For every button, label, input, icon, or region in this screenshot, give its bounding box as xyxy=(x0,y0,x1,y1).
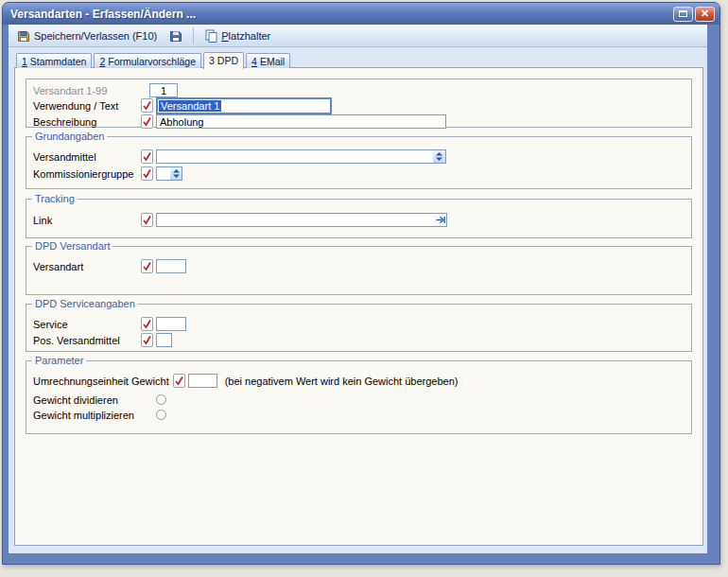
gewicht-dividieren-radio[interactable] xyxy=(156,394,166,405)
link-check-icon[interactable] xyxy=(141,213,153,227)
versandmittel-label: Versandmittel xyxy=(33,151,141,163)
save-exit-label: Speichern/Verlassen (F10) xyxy=(34,30,157,42)
tab-formularvorschlaege[interactable]: 2Formularvorschläge xyxy=(94,53,201,68)
toolbar: Speichern/Verlassen (F10) xyxy=(9,25,707,47)
versandart-nr-label: Versandart 1-99 xyxy=(33,85,141,96)
beschreibung-check-icon[interactable] xyxy=(141,114,153,129)
group-dpd-versandart: DPD Versandart Versandart xyxy=(26,246,692,295)
close-icon: ✕ xyxy=(701,9,709,19)
group-dpd-serviceangaben: DPD Serviceangaben Service Pos. Versandm… xyxy=(26,304,692,352)
platzhalter-button[interactable]: Platzhalter xyxy=(199,26,276,45)
versandmittel-check-icon[interactable] xyxy=(141,149,153,164)
app-window: Versandarten - Erfassen/Ändern ... ✕ Spe… xyxy=(2,2,720,565)
dpd-versandart-input[interactable] xyxy=(156,259,186,273)
grundangaben-legend: Grundangaben xyxy=(32,131,107,142)
field-row-beschreibung: Beschreibung Abholung xyxy=(33,114,687,130)
versandmittel-spinner[interactable] xyxy=(433,149,446,164)
service-input[interactable] xyxy=(156,317,186,331)
updown-arrows-icon xyxy=(436,152,442,161)
updown-arrows-icon xyxy=(173,169,180,178)
title-bar[interactable]: Versandarten - Erfassen/Ändern ... ✕ xyxy=(3,3,719,25)
group-kopfdaten: Versandart 1-99 1 Verwendung / Text Vers… xyxy=(26,79,692,128)
field-row-versandmittel: Versandmittel xyxy=(33,149,687,165)
pos-versandmittel-label: Pos. Versandmittel xyxy=(33,335,141,346)
umrechnungseinheit-input[interactable] xyxy=(188,374,217,388)
save-icon xyxy=(169,29,182,43)
verwendung-label: Verwendung / Text xyxy=(33,100,141,112)
save-button[interactable] xyxy=(164,26,188,45)
tracking-legend: Tracking xyxy=(32,193,78,204)
tab-stammdaten[interactable]: 1Stammdaten xyxy=(16,53,92,68)
window-controls: ✕ xyxy=(673,7,715,22)
service-label: Service xyxy=(33,319,141,330)
restore-button[interactable] xyxy=(673,7,693,22)
field-row-service: Service xyxy=(33,316,687,332)
link-input[interactable] xyxy=(156,213,434,227)
field-row-pos-versandmittel: Pos. Versandmittel xyxy=(33,332,687,348)
link-field xyxy=(156,213,447,227)
field-row-kommissioniergruppe: Kommissioniergruppe xyxy=(33,166,687,182)
platzhalter-label: Platzhalter xyxy=(221,30,270,42)
versandmittel-input[interactable] xyxy=(156,149,433,164)
copy-pages-icon xyxy=(204,29,217,43)
close-button[interactable]: ✕ xyxy=(695,7,715,22)
window-title: Versandarten - Erfassen/Ändern ... xyxy=(10,8,673,21)
arrow-right-icon xyxy=(436,216,445,224)
save-exit-icon xyxy=(17,29,30,43)
pos-versandmittel-check-icon[interactable] xyxy=(141,333,153,347)
umrechnungseinheit-note: (bei negativem Wert wird kein Gewicht üb… xyxy=(225,376,459,387)
umrechnungseinheit-check-icon[interactable] xyxy=(173,374,185,388)
versandmittel-combo xyxy=(156,149,446,164)
service-check-icon[interactable] xyxy=(141,317,153,331)
tab-dpd[interactable]: 3DPD xyxy=(203,52,244,69)
dpd-versandart-legend: DPD Versandart xyxy=(32,240,113,252)
field-row-gewicht-multiplizieren: Gewicht multiplizieren xyxy=(33,407,687,423)
dpd-versandart-label: Versandart xyxy=(33,261,141,272)
group-parameter: Parameter Umrechnungseinheit Gewicht (be… xyxy=(26,360,692,434)
toolbar-separator xyxy=(193,27,194,44)
field-row-gewicht-dividieren: Gewicht dividieren xyxy=(33,392,687,408)
kommissioniergruppe-combo xyxy=(156,166,182,181)
gewicht-multiplizieren-label: Gewicht multiplizieren xyxy=(33,410,141,421)
verwendung-input[interactable]: Versandart 1 xyxy=(156,97,332,114)
beschreibung-input[interactable]: Abholung xyxy=(156,114,446,129)
field-row-dpd-versandart: Versandart xyxy=(33,258,687,274)
group-tracking: Tracking Link xyxy=(26,199,692,238)
tab-email[interactable]: 4EMail xyxy=(246,53,290,68)
verwendung-check-icon[interactable] xyxy=(141,98,153,113)
gewicht-dividieren-label: Gewicht dividieren xyxy=(33,394,141,406)
pos-versandmittel-input[interactable] xyxy=(156,333,172,347)
save-exit-button[interactable]: Speichern/Verlassen (F10) xyxy=(11,26,163,45)
umrechnungseinheit-label: Umrechnungseinheit Gewicht xyxy=(33,376,173,387)
tab-strip: 1Stammdaten 2Formularvorschläge 3DPD 4EM… xyxy=(16,51,290,68)
kommissioniergruppe-check-icon[interactable] xyxy=(141,166,153,181)
beschreibung-label: Beschreibung xyxy=(33,116,141,128)
restore-icon xyxy=(679,10,687,17)
gewicht-multiplizieren-radio[interactable] xyxy=(156,410,166,420)
parameter-legend: Parameter xyxy=(32,355,86,366)
dpd-versandart-check-icon[interactable] xyxy=(141,259,153,273)
open-link-button[interactable] xyxy=(434,213,447,227)
versandart-nr-input[interactable]: 1 xyxy=(149,83,178,97)
field-row-verwendung: Verwendung / Text Versandart 1 xyxy=(33,96,687,114)
group-grundangaben: Grundangaben Versandmittel Kommissionier… xyxy=(26,136,692,189)
kommissioniergruppe-spinner[interactable] xyxy=(170,166,182,181)
kommissioniergruppe-label: Kommissioniergruppe xyxy=(33,168,141,180)
field-row-umrechnungseinheit: Umrechnungseinheit Gewicht (bei negative… xyxy=(33,373,687,389)
window-client-area: Speichern/Verlassen (F10) xyxy=(9,25,707,553)
link-label: Link xyxy=(33,215,141,226)
dpd-serviceangaben-legend: DPD Serviceangaben xyxy=(32,298,138,309)
kommissioniergruppe-input[interactable] xyxy=(156,166,170,181)
field-row-link: Link xyxy=(33,212,687,228)
tab-page-dpd: Versandart 1-99 1 Verwendung / Text Vers… xyxy=(14,67,703,546)
